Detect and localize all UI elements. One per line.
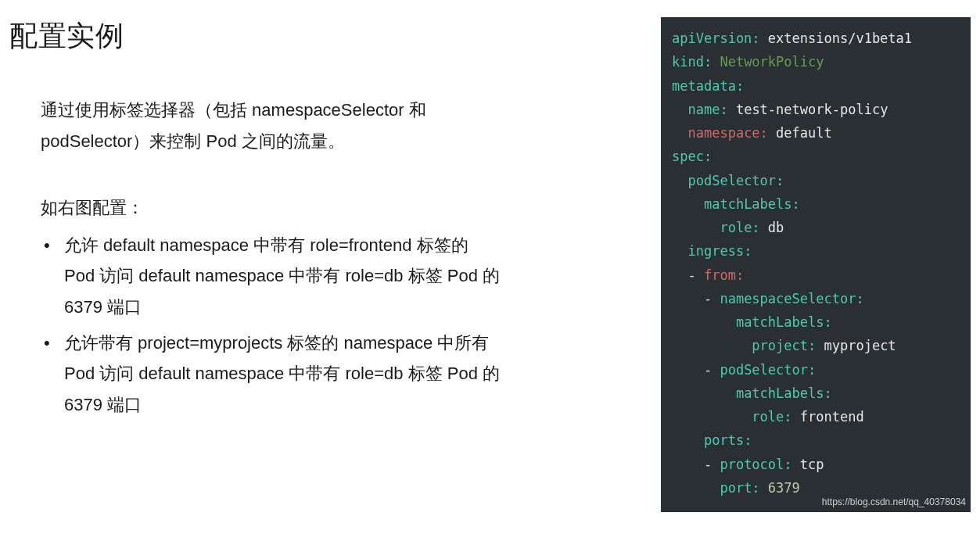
yaml-key: metadata: <box>672 78 744 94</box>
yaml-key: from: <box>704 267 744 283</box>
yaml-indent <box>672 220 720 235</box>
yaml-value: myproject <box>816 338 896 353</box>
yaml-key: kind: <box>672 54 712 70</box>
yaml-indent <box>672 338 752 353</box>
yaml-key: apiVersion: <box>672 30 760 46</box>
yaml-key: project: <box>752 338 816 353</box>
yaml-key: name: <box>687 102 727 117</box>
yaml-indent <box>672 243 687 259</box>
yaml-key: matchLabels: <box>704 196 800 212</box>
yaml-indent <box>672 432 704 448</box>
code-content: apiVersion: extensions/v1beta1 kind: Net… <box>672 27 971 500</box>
intro-line-2: podSelector）来控制 Pod 之间的流量。 <box>41 131 345 151</box>
yaml-key: namespace: <box>687 125 767 141</box>
code-column: apiVersion: extensions/v1beta1 kind: Net… <box>661 14 971 534</box>
intro-paragraph: 通过使用标签选择器（包括 namespaceSelector 和 podSele… <box>41 95 494 156</box>
yaml-key: spec: <box>672 149 712 164</box>
slide-title: 配置实例 <box>9 17 642 56</box>
yaml-indent: - <box>672 291 720 306</box>
list-item: 允许带有 project=myprojects 标签的 namespace 中所… <box>41 328 502 421</box>
yaml-value: NetworkPolicy <box>712 54 824 70</box>
yaml-key: ingress: <box>687 243 752 259</box>
yaml-key: port: <box>720 480 759 496</box>
list-item: 允许 default namespace 中带有 role=frontend 标… <box>41 230 502 323</box>
yaml-key: podSelector: <box>720 362 816 378</box>
bullet-list: 允许 default namespace 中带有 role=frontend 标… <box>41 230 642 421</box>
yaml-key: protocol: <box>720 457 792 472</box>
text-column: 配置实例 通过使用标签选择器（包括 namespaceSelector 和 po… <box>9 14 661 534</box>
yaml-key: podSelector: <box>687 173 784 188</box>
yaml-key: ports: <box>704 432 752 448</box>
yaml-key: namespaceSelector: <box>720 291 863 306</box>
yaml-indent <box>672 102 687 117</box>
yaml-key: matchLabels: <box>736 314 832 330</box>
intro-line-1: 通过使用标签选择器（包括 namespaceSelector 和 <box>41 100 426 120</box>
yaml-value: tcp <box>792 457 824 472</box>
yaml-value: test-network-policy <box>728 102 888 117</box>
yaml-key: matchLabels: <box>736 385 832 401</box>
yaml-key: role: <box>720 220 759 235</box>
yaml-indent <box>672 173 687 188</box>
subheading: 如右图配置： <box>41 192 642 224</box>
attribution-text: https://blog.csdn.net/qq_40378034 <box>822 494 966 511</box>
yaml-value: 6379 <box>760 480 800 496</box>
yaml-indent <box>672 385 736 401</box>
yaml-indent <box>672 480 720 496</box>
yaml-indent: - <box>672 267 704 283</box>
yaml-indent: - <box>672 457 720 472</box>
yaml-indent <box>672 125 687 141</box>
yaml-indent: - <box>672 362 720 378</box>
yaml-value: db <box>760 220 784 235</box>
yaml-indent <box>672 409 752 425</box>
yaml-value: extensions/v1beta1 <box>760 30 912 46</box>
yaml-code-block: apiVersion: extensions/v1beta1 kind: Net… <box>661 17 971 512</box>
yaml-value: default <box>768 125 832 141</box>
yaml-key: role: <box>752 409 792 425</box>
yaml-indent <box>672 196 704 212</box>
yaml-indent <box>672 314 736 330</box>
yaml-value: frontend <box>792 409 864 425</box>
